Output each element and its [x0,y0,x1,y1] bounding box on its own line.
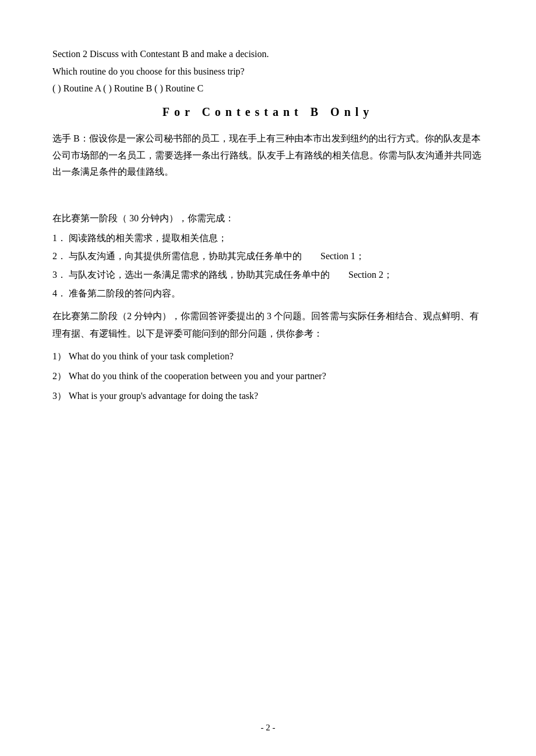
section2-line1: Section 2 Discuss with Contestant B and … [52,47,484,62]
contestant-b-title: For Contestant B Only [52,105,484,119]
question-3-text: 3） What is your group's advantage for do… [52,391,258,401]
page: Section 2 Discuss with Contestant B and … [0,0,536,756]
chinese-intro-paragraph: 选手 B：假设你是一家公司秘书部的员工，现在手上有三种由本市出发到纽约的出行方式… [52,130,484,181]
question-1-text: 1） What do you think of your task comple… [52,351,234,361]
task-text-3: 与队友讨论，选出一条满足需求的路线，协助其完成任务单中的 Section 2； [69,266,484,284]
phase1-intro: 在比赛第一阶段（ 30 分钟内），你需完成： [52,210,484,227]
question-1: 1） What do you think of your task comple… [52,348,484,365]
phase2-intro: 在比赛第二阶段（2 分钟内），你需回答评委提出的 3 个问题。回答需与实际任务相… [52,308,484,342]
task-num-1: 1． [52,229,69,247]
task-text-4: 准备第二阶段的答问内容。 [69,285,484,302]
page-number: - 2 - [261,723,276,733]
task-num-2: 2． [52,248,69,265]
task-text-2: 与队友沟通，向其提供所需信息，协助其完成任务单中的 Section 1； [69,248,484,265]
section2-header: Section 2 Discuss with Contestant B and … [52,47,484,96]
section2-line2: Which routine do you choose for this bus… [52,64,484,79]
task-num-4: 4． [52,285,69,302]
task-item-2: 2． 与队友沟通，向其提供所需信息，协助其完成任务单中的 Section 1； [52,248,484,265]
task-num-3: 3． [52,266,69,284]
task-text-1: 阅读路线的相关需求，提取相关信息； [69,229,484,247]
task-item-1: 1． 阅读路线的相关需求，提取相关信息； [52,229,484,247]
task-item-4: 4． 准备第二阶段的答问内容。 [52,285,484,302]
question-3: 3） What is your group's advantage for do… [52,387,484,405]
question-2-text: 2） What do you think of the cooperation … [52,371,326,381]
question-2: 2） What do you think of the cooperation … [52,368,484,385]
tasks-section: 在比赛第一阶段（ 30 分钟内），你需完成： 1． 阅读路线的相关需求，提取相关… [52,210,484,302]
section2-routine-choices: ( ) Routine A ( ) Routine B ( ) Routine … [52,81,484,96]
task-item-3: 3． 与队友讨论，选出一条满足需求的路线，协助其完成任务单中的 Section … [52,266,484,284]
